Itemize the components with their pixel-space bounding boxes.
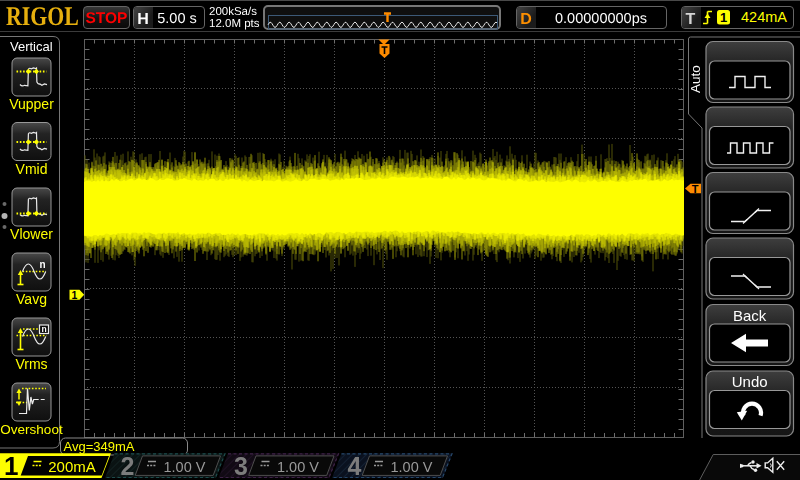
svg-text:4: 4	[348, 452, 362, 480]
svg-text:200mA: 200mA	[48, 458, 96, 475]
svg-text:Vrms: Vrms	[15, 356, 47, 372]
svg-text:1.00 V: 1.00 V	[164, 459, 206, 475]
svg-text:Vertical: Vertical	[10, 39, 53, 54]
svg-text:1.00 V: 1.00 V	[391, 459, 433, 475]
svg-text:Vavg: Vavg	[16, 291, 47, 307]
svg-text:Overshoot: Overshoot	[0, 422, 63, 437]
svg-text:1.00 V: 1.00 V	[277, 459, 319, 475]
svg-text:2: 2	[121, 452, 135, 480]
svg-text:Back: Back	[733, 307, 767, 324]
svg-text:1: 1	[4, 451, 18, 480]
svg-text:Auto: Auto	[688, 65, 703, 93]
svg-text:n: n	[39, 259, 45, 270]
svg-text:Undo: Undo	[732, 373, 768, 390]
svg-text:Vupper: Vupper	[9, 96, 54, 112]
svg-text:n: n	[41, 324, 46, 334]
svg-text:Vmid: Vmid	[16, 161, 48, 177]
svg-text:3: 3	[234, 452, 248, 480]
svg-text:Vlower: Vlower	[10, 226, 53, 242]
